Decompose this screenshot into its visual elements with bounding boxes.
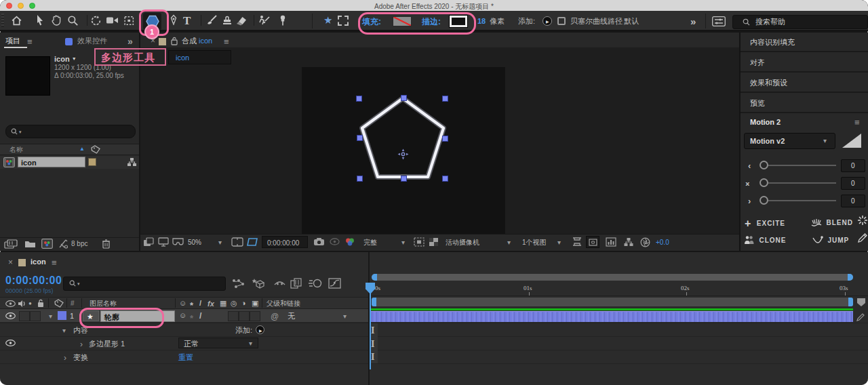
mini-flowchart-icon[interactable] bbox=[623, 237, 634, 247]
project-row-name-field[interactable]: icon bbox=[18, 157, 85, 167]
pixel-aspect-correction-button[interactable] bbox=[586, 236, 599, 248]
property-ibeam-marker[interactable]: I bbox=[371, 352, 374, 362]
shy-switch-icon[interactable]: ☺ bbox=[179, 300, 186, 307]
tabs-overflow-chevrons[interactable]: » bbox=[127, 36, 133, 47]
comp-panel-menu-icon[interactable]: ≡ bbox=[224, 37, 229, 47]
navigator-start-handle[interactable] bbox=[372, 274, 377, 281]
fast-previews-icon[interactable] bbox=[606, 237, 616, 247]
motion-version-dropdown[interactable]: Motion v2 ▾ bbox=[744, 133, 835, 149]
work-area-end-handle[interactable] bbox=[848, 298, 853, 306]
workspace-label[interactable]: 默认 bbox=[624, 18, 639, 25]
motion-panel-header[interactable]: Motion 2 ≡ bbox=[741, 113, 868, 131]
column-name[interactable]: 名称 bbox=[9, 146, 23, 153]
hand-tool[interactable] bbox=[50, 14, 62, 26]
brush-tool[interactable] bbox=[205, 14, 218, 26]
type-tool[interactable]: T bbox=[183, 15, 191, 26]
freeze-icon[interactable] bbox=[857, 215, 868, 226]
polystar-label[interactable]: 多边星形 1 bbox=[89, 340, 125, 348]
layer-duration-bar[interactable] bbox=[370, 311, 853, 322]
clone-button[interactable]: CLONE bbox=[744, 233, 786, 245]
contents-add-label[interactable]: 添加: bbox=[235, 327, 252, 334]
polystar-expand-chevron[interactable]: › bbox=[80, 340, 83, 349]
comp-mini-flowchart-icon[interactable] bbox=[232, 279, 245, 289]
index-column-header[interactable]: # bbox=[71, 300, 75, 307]
transform-reset-link[interactable]: 重置 bbox=[178, 354, 193, 361]
time-navigator-bar[interactable] bbox=[372, 274, 853, 281]
layer-expand-chevron[interactable]: ▾ bbox=[49, 312, 52, 320]
selection-handle[interactable] bbox=[442, 96, 448, 102]
lock-icon[interactable] bbox=[171, 37, 178, 45]
selection-handle[interactable] bbox=[401, 95, 407, 101]
tool-creates-mask-icon[interactable] bbox=[338, 16, 349, 26]
slider-knob[interactable] bbox=[760, 161, 768, 169]
clone-stamp-tool[interactable] bbox=[221, 14, 233, 26]
sidebar-section-effects-presets[interactable]: 效果和预设 bbox=[741, 73, 868, 93]
transform-group-label[interactable]: 变换 bbox=[73, 354, 88, 361]
layer-frame-blend-toggle[interactable] bbox=[228, 311, 239, 321]
polystar-eye-toggle[interactable] bbox=[5, 340, 16, 346]
new-composition-icon[interactable] bbox=[41, 239, 53, 249]
rotate-tool[interactable] bbox=[90, 15, 102, 26]
bezier-checkbox-label[interactable]: 贝塞尔曲线路径 bbox=[570, 18, 623, 25]
workspace-overflow-chevrons[interactable]: » bbox=[690, 16, 696, 26]
transform-expand-chevron[interactable]: › bbox=[64, 353, 66, 363]
help-search-input[interactable]: 搜索帮助 bbox=[732, 15, 868, 29]
project-panel-menu-icon[interactable]: ≡ bbox=[27, 37, 33, 47]
stereo-3d-glasses-icon[interactable] bbox=[172, 237, 184, 246]
threed-switch-icon[interactable]: ▣ bbox=[252, 300, 258, 307]
slider-knob[interactable] bbox=[760, 178, 768, 187]
contents-expand-chevron[interactable]: ▾ bbox=[62, 327, 66, 334]
adjust-settings-icon[interactable] bbox=[58, 239, 68, 249]
views-dropdown[interactable]: 1个视图 bbox=[522, 239, 547, 246]
layer-name-column-header[interactable]: 图层名称 bbox=[90, 300, 117, 307]
slider-track[interactable] bbox=[768, 182, 836, 184]
fx-switch-icon[interactable]: fx bbox=[208, 300, 214, 308]
view-layout-icon[interactable] bbox=[572, 237, 583, 246]
flowchart-icon[interactable] bbox=[127, 157, 137, 167]
jump-button[interactable]: JUMP bbox=[812, 233, 849, 245]
comp-tab-title[interactable]: 合成 icon bbox=[182, 37, 212, 45]
layered-panels-icon[interactable] bbox=[143, 237, 154, 247]
motion-blur-enable-icon[interactable] bbox=[309, 278, 322, 289]
pan-behind-tool[interactable] bbox=[123, 15, 135, 26]
audio-column-icon[interactable] bbox=[18, 300, 26, 308]
monitor-icon[interactable] bbox=[158, 237, 169, 247]
sidebar-section-preview[interactable]: 预览 bbox=[741, 93, 868, 113]
label-column-icon[interactable] bbox=[54, 299, 64, 308]
quality-switch-icon[interactable]: / bbox=[199, 300, 201, 307]
property-ibeam-marker[interactable]: I bbox=[371, 326, 374, 336]
camera-view-dropdown[interactable]: 活动摄像机 bbox=[446, 239, 479, 246]
layer-bar-pen-icon[interactable] bbox=[856, 312, 865, 321]
property-ibeam-marker[interactable]: I bbox=[371, 340, 374, 349]
timeline-current-timecode[interactable]: 0:00:00:00 bbox=[5, 275, 62, 287]
project-row-label-swatch[interactable] bbox=[88, 158, 96, 166]
roto-brush-tool[interactable] bbox=[258, 14, 271, 26]
slider-track[interactable] bbox=[768, 165, 836, 166]
camera-view-chevron-icon[interactable]: ▾ bbox=[507, 239, 511, 246]
exposure-value[interactable]: +0.0 bbox=[656, 239, 669, 246]
parent-pickwhip-icon[interactable]: @ bbox=[271, 312, 279, 321]
excite-button[interactable]: + EXCITE bbox=[745, 216, 785, 230]
layer-solo-toggle[interactable] bbox=[30, 311, 41, 321]
work-area-start-handle[interactable] bbox=[372, 298, 376, 306]
timeline-panel-menu-icon[interactable]: ≡ bbox=[52, 258, 57, 268]
interpret-footage-icon[interactable] bbox=[4, 239, 18, 249]
puppet-pin-tool[interactable] bbox=[277, 14, 288, 26]
slider-track[interactable] bbox=[768, 200, 836, 201]
project-item-title[interactable]: icon ▼ bbox=[54, 56, 77, 63]
workspace-settings-icon[interactable] bbox=[712, 16, 726, 26]
slider-value-box[interactable]: 0 bbox=[841, 159, 865, 172]
exposure-shutter-icon[interactable] bbox=[640, 237, 650, 247]
anchor-point-icon[interactable] bbox=[397, 148, 409, 160]
selection-handle[interactable] bbox=[356, 96, 362, 102]
motion-panel-menu-icon[interactable]: ≡ bbox=[854, 117, 860, 127]
selection-tool[interactable] bbox=[35, 14, 45, 26]
camera-tool[interactable] bbox=[106, 16, 119, 25]
parent-link-column-header[interactable]: 父级和链接 bbox=[267, 300, 300, 307]
target-region-icon[interactable] bbox=[414, 237, 425, 247]
solo-column-icon[interactable]: ● bbox=[28, 300, 32, 306]
pentagon-shape[interactable] bbox=[349, 87, 458, 185]
comp-timecode-box[interactable]: 0:00:00:00 bbox=[262, 236, 308, 248]
transparency-grid-icon[interactable] bbox=[429, 238, 438, 246]
region-of-interest-icon[interactable] bbox=[247, 237, 258, 247]
